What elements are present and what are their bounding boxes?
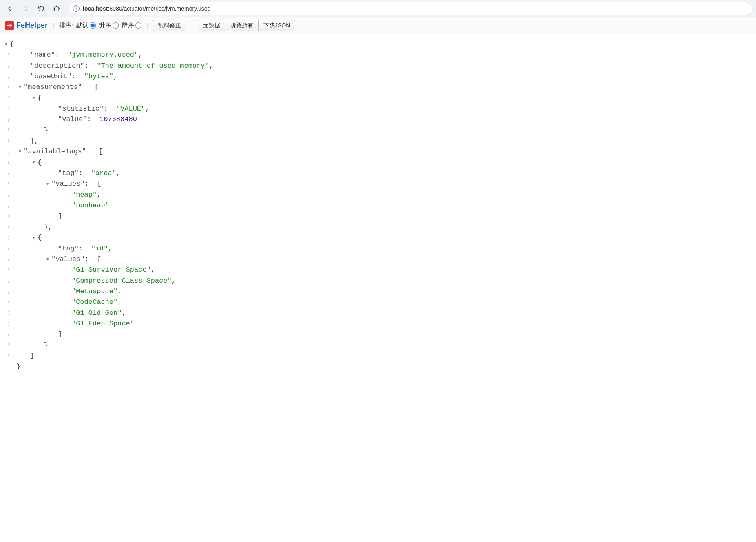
collapse-all-button[interactable]: 折叠所有 (225, 20, 259, 31)
separator: | (191, 22, 193, 29)
toggle-icon[interactable] (44, 256, 51, 263)
json-value-tag-id: id (95, 245, 104, 252)
json-value-measurement-value: 107688480 (99, 114, 137, 125)
toggle-icon[interactable] (30, 159, 38, 166)
toggle-icon[interactable] (44, 181, 51, 188)
forward-button[interactable] (19, 2, 33, 15)
fehelper-toolbar: FE FeHelper | 排序: 默认 升序 降序 | 乱码修正 | 元数据 … (0, 17, 756, 34)
sort-label: 排序: (59, 22, 73, 29)
site-info-icon[interactable]: i (73, 5, 80, 12)
sort-asc-option[interactable]: 升序 (99, 22, 119, 29)
fehelper-logo[interactable]: FE FeHelper (5, 21, 48, 30)
json-value-description: The amount of used memory (101, 62, 205, 70)
address-bar[interactable]: i localhost:8080/actuator/metrics/jvm.me… (68, 2, 753, 15)
json-value: G1 Eden Space (76, 320, 130, 327)
toggle-icon[interactable] (30, 95, 38, 102)
browser-chrome: i localhost:8080/actuator/metrics/jvm.me… (0, 0, 756, 17)
sort-default-option[interactable]: 默认 (76, 22, 96, 29)
json-value-baseunit: bytes (88, 73, 109, 80)
url-text: localhost:8080/actuator/metrics/jvm.memo… (83, 5, 210, 12)
sort-desc-option[interactable]: 降序 (122, 22, 141, 29)
json-value: nonheap (76, 201, 105, 209)
json-value: G1 Old Gen (76, 309, 117, 317)
separator: | (53, 22, 54, 29)
back-button[interactable] (3, 2, 17, 15)
json-value: Compressed Class Space (76, 277, 167, 285)
json-value: Metaspace (76, 288, 113, 295)
action-button-group: 元数据 折叠所有 下载JSON (198, 20, 295, 31)
json-value-statistic: VALUE (120, 105, 141, 113)
fehelper-brand-text: FeHelper (16, 21, 48, 30)
home-button[interactable] (50, 2, 64, 15)
metadata-button[interactable]: 元数据 (198, 20, 225, 31)
json-value-name: jvm.memory.used (72, 51, 134, 59)
sort-controls: 排序: 默认 升序 降序 (59, 22, 141, 29)
fehelper-logo-icon: FE (5, 21, 14, 30)
sort-asc-radio[interactable] (113, 22, 119, 29)
sort-default-radio[interactable] (90, 22, 96, 29)
json-viewer: { ″name″: ″jvm.memory.used″, ″descriptio… (0, 34, 756, 377)
download-json-button[interactable]: 下载JSON (258, 20, 295, 31)
reload-button[interactable] (34, 2, 48, 15)
sort-desc-radio[interactable] (135, 22, 141, 29)
json-value: heap (76, 191, 93, 199)
toggle-icon[interactable] (30, 234, 38, 241)
toggle-icon[interactable] (2, 41, 10, 48)
toggle-icon[interactable] (16, 148, 24, 155)
reload-icon (38, 5, 45, 12)
json-value: CodeCache (76, 298, 113, 306)
home-icon (53, 5, 60, 12)
toggle-icon[interactable] (16, 84, 24, 91)
json-value-tag-area: area (95, 169, 112, 177)
arrow-right-icon (22, 5, 29, 12)
arrow-left-icon (7, 5, 14, 12)
json-value: G1 Survivor Space (76, 266, 146, 274)
separator: | (146, 22, 148, 29)
fix-encoding-button[interactable]: 乱码修正 (153, 20, 186, 31)
